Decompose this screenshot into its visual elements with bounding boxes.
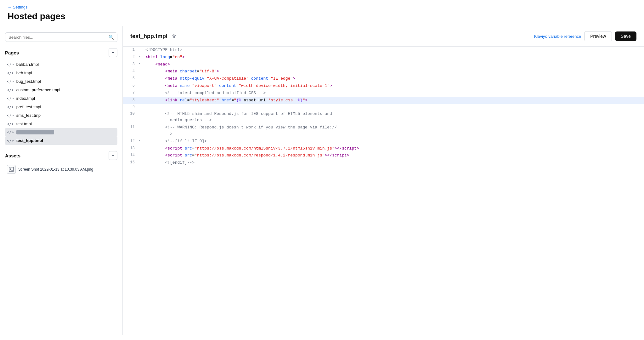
file-item[interactable]: </>pref_test.tmpl xyxy=(5,103,117,111)
editor-filename: test_hpp.tmpl xyxy=(130,33,167,40)
editor-header: test_hpp.tmpl 🗑 Klaviyo variable referen… xyxy=(123,26,644,47)
svg-point-1 xyxy=(10,168,11,169)
variable-reference-link[interactable]: Klaviyo variable reference xyxy=(534,34,581,39)
line-code[interactable]: <head> xyxy=(143,61,644,68)
add-page-button[interactable]: + xyxy=(109,48,117,57)
file-name: custom_preference.tmpl xyxy=(16,88,60,92)
line-fold-icon[interactable] xyxy=(138,97,143,104)
file-type-icon: </> xyxy=(7,113,14,118)
file-type-icon: </> xyxy=(7,79,14,84)
file-name xyxy=(16,130,54,134)
code-line: 5 <meta http-equiv="X-UA-Compatible" con… xyxy=(123,75,644,82)
line-fold-icon[interactable] xyxy=(138,152,143,159)
code-line: 9 xyxy=(123,104,644,110)
line-number: 13 xyxy=(123,145,138,152)
file-type-icon: </> xyxy=(7,96,14,101)
search-icon: 🔍 xyxy=(109,35,114,40)
code-line: 7 <!-- Latest compiled and minified CSS … xyxy=(123,90,644,97)
line-code[interactable]: <!-- WARNING: Respond.js doesn't work if… xyxy=(143,124,644,138)
line-code[interactable]: <!-- HTML5 shim and Respond.js for IE8 s… xyxy=(143,110,644,124)
line-fold-icon[interactable] xyxy=(138,159,143,167)
preview-button[interactable]: Preview xyxy=(584,31,612,41)
line-number: 7 xyxy=(123,90,138,97)
pages-section-title: Pages xyxy=(5,50,19,55)
assets-section-title: Assets xyxy=(5,153,20,158)
line-number: 8 xyxy=(123,97,138,104)
add-asset-button[interactable]: + xyxy=(109,151,117,160)
file-type-icon: </> xyxy=(7,88,14,92)
line-fold-icon[interactable]: ▾ xyxy=(138,54,143,61)
line-fold-icon[interactable] xyxy=(138,90,143,97)
line-code[interactable]: <link rel="stylesheet" href="{% asset_ur… xyxy=(143,97,644,104)
file-item[interactable]: </>sms_test.tmpl xyxy=(5,111,117,120)
line-fold-icon[interactable]: ▾ xyxy=(138,61,143,68)
page-title: Hosted pages xyxy=(8,11,636,26)
code-line: 2▾<html lang="en"> xyxy=(123,54,644,61)
line-fold-icon[interactable]: ▾ xyxy=(138,138,143,145)
asset-item[interactable]: Screen Shot 2022-01-13 at 10.39.03 AM.pn… xyxy=(5,163,117,176)
file-item[interactable]: </>bug_test.tmpl xyxy=(5,77,117,86)
file-name: test_hpp.tmpl xyxy=(16,138,43,143)
line-code[interactable]: <html lang="en"> xyxy=(143,54,644,61)
code-line: 13 <script src="https://oss.maxcdn.com/h… xyxy=(123,145,644,152)
file-type-icon: </> xyxy=(7,130,14,134)
line-number: 3 xyxy=(123,61,138,68)
file-item[interactable]: </>beh.tmpl xyxy=(5,69,117,77)
file-name: index.tmpl xyxy=(16,96,35,101)
file-type-icon: </> xyxy=(7,122,14,126)
line-code[interactable]: <meta name="viewport" content="width=dev… xyxy=(143,82,644,90)
file-name: pref_test.tmpl xyxy=(16,105,41,109)
line-code[interactable]: <!--[if lt IE 9]> xyxy=(143,138,644,145)
asset-icon xyxy=(7,165,16,174)
file-type-icon: </> xyxy=(7,62,14,67)
file-item[interactable]: </>test.tmpl xyxy=(5,120,117,128)
file-item[interactable]: </> xyxy=(5,128,117,136)
delete-file-button[interactable]: 🗑 xyxy=(171,32,178,40)
line-fold-icon[interactable] xyxy=(138,124,143,138)
file-name: bug_test.tmpl xyxy=(16,79,41,84)
line-number: 6 xyxy=(123,82,138,90)
line-code[interactable] xyxy=(143,104,644,110)
code-line: 11 <!-- WARNING: Respond.js doesn't work… xyxy=(123,124,644,138)
line-fold-icon[interactable] xyxy=(138,82,143,90)
file-name: beh.tmpl xyxy=(16,71,32,75)
code-editor[interactable]: 1<!DOCTYPE html>2▾<html lang="en">3▾ <he… xyxy=(123,47,644,335)
file-type-icon: </> xyxy=(7,139,14,143)
line-code[interactable]: <meta http-equiv="X-UA-Compatible" conte… xyxy=(143,75,644,82)
asset-name: Screen Shot 2022-01-13 at 10.39.03 AM.pn… xyxy=(18,167,93,172)
line-code[interactable]: <![endif]--> xyxy=(143,159,644,167)
code-line: 14 <script src="https://oss.maxcdn.com/r… xyxy=(123,152,644,159)
line-fold-icon[interactable] xyxy=(138,104,143,110)
line-fold-icon[interactable] xyxy=(138,47,143,54)
line-code[interactable]: <script src="https://oss.maxcdn.com/html… xyxy=(143,145,644,152)
line-number: 14 xyxy=(123,152,138,159)
line-number: 1 xyxy=(123,47,138,54)
line-code[interactable]: <script src="https://oss.maxcdn.com/resp… xyxy=(143,152,644,159)
line-fold-icon[interactable] xyxy=(138,110,143,124)
file-name: bahbah.tmpl xyxy=(16,62,39,67)
pages-section-header: Pages + xyxy=(5,48,117,57)
back-link[interactable]: ← Settings xyxy=(8,5,28,9)
file-item[interactable]: </>index.tmpl xyxy=(5,94,117,103)
line-fold-icon[interactable] xyxy=(138,75,143,82)
file-item[interactable]: </>bahbah.tmpl xyxy=(5,60,117,69)
line-code[interactable]: <meta charset="utf-8"> xyxy=(143,68,644,75)
code-line: 6 <meta name="viewport" content="width=d… xyxy=(123,82,644,90)
file-item[interactable]: </>custom_preference.tmpl xyxy=(5,86,117,94)
code-line: 8 <link rel="stylesheet" href="{% asset_… xyxy=(123,97,644,104)
line-number: 5 xyxy=(123,75,138,82)
save-button[interactable]: Save xyxy=(615,31,636,41)
line-code[interactable]: <!DOCTYPE html> xyxy=(143,47,644,54)
search-input[interactable] xyxy=(8,35,109,40)
sidebar: 🔍 Pages + </>bahbah.tmpl</>beh.tmpl</>bu… xyxy=(0,26,123,335)
line-number: 2 xyxy=(123,54,138,61)
assets-section-header: Assets + xyxy=(5,151,117,160)
code-line: 12▾ <!--[if lt IE 9]> xyxy=(123,138,644,145)
line-number: 15 xyxy=(123,159,138,167)
line-fold-icon[interactable] xyxy=(138,68,143,75)
file-item[interactable]: </>test_hpp.tmpl xyxy=(5,136,117,145)
file-name: test.tmpl xyxy=(16,122,32,126)
line-code[interactable]: <!-- Latest compiled and minified CSS --… xyxy=(143,90,644,97)
line-number: 12 xyxy=(123,138,138,145)
line-fold-icon[interactable] xyxy=(138,145,143,152)
